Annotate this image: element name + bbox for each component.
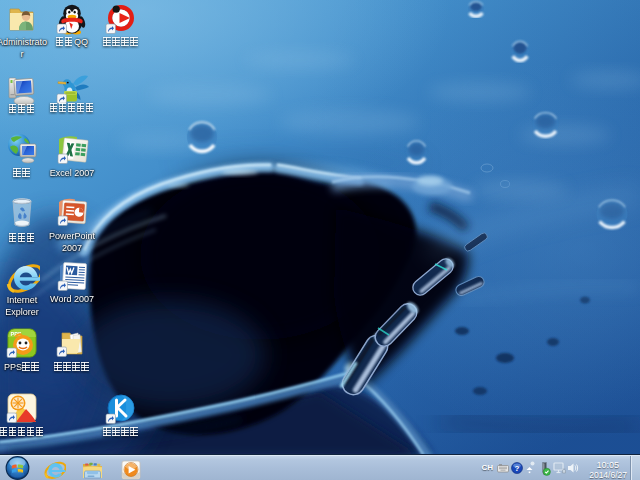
svg-text:?: ?	[515, 464, 520, 473]
